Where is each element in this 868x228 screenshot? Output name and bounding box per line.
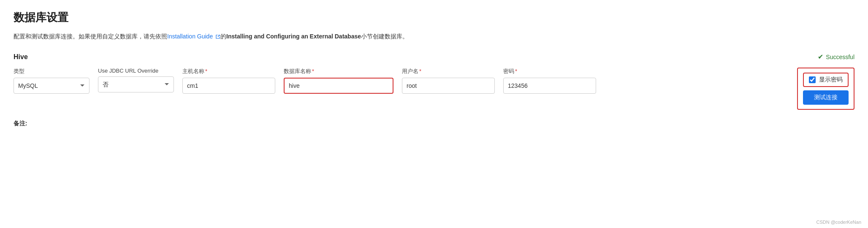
username-group: 用户名*: [402, 68, 495, 94]
jdbc-select[interactable]: 否: [98, 76, 174, 92]
hostname-group: 主机名称*: [182, 68, 275, 94]
hostname-input[interactable]: [182, 78, 275, 94]
section-header: Hive ✔ Successful: [14, 53, 854, 61]
right-controls-wrapper: 显示密码 测试连接: [797, 68, 854, 110]
check-icon: ✔: [818, 53, 823, 61]
page-title: 数据库设置: [14, 10, 854, 25]
status-text: Successful: [826, 54, 854, 60]
right-controls: 显示密码 测试连接: [797, 68, 854, 110]
status-success: ✔ Successful: [818, 53, 854, 61]
dbname-group: 数据库名称*: [284, 68, 393, 94]
external-link-icon: [215, 34, 220, 39]
hostname-label: 主机名称*: [182, 68, 275, 75]
dbname-input[interactable]: [284, 78, 393, 94]
page-description: 配置和测试数据库连接。如果使用自定义数据库，请先依照Installation G…: [14, 32, 854, 41]
username-label: 用户名*: [402, 68, 495, 75]
username-input[interactable]: [402, 78, 495, 94]
type-label: 类型: [14, 68, 90, 75]
show-password-row: 显示密码: [803, 73, 849, 87]
type-group: 类型 MySQL: [14, 68, 90, 94]
section-title: Hive: [14, 53, 28, 61]
dbname-required: *: [312, 68, 314, 74]
jdbc-group: Use JDBC URL Override 否: [98, 68, 174, 92]
hostname-required: *: [205, 68, 207, 74]
watermark: CSDN @coderKeNan: [816, 220, 861, 225]
type-select[interactable]: MySQL: [14, 78, 90, 94]
installation-guide-link[interactable]: Installation Guide: [167, 33, 220, 40]
notes-section: 备注:: [14, 120, 854, 128]
dbname-label: 数据库名称*: [284, 68, 393, 75]
password-group: 密码*: [503, 68, 596, 94]
test-connection-button[interactable]: 测试连接: [803, 90, 849, 105]
notes-label: 备注:: [14, 120, 27, 127]
form-row: 类型 MySQL Use JDBC URL Override 否 主机名称* 数…: [14, 68, 854, 110]
password-label: 密码*: [503, 68, 596, 75]
jdbc-label: Use JDBC URL Override: [98, 68, 174, 74]
show-password-checkbox[interactable]: [809, 76, 816, 83]
username-required: *: [419, 68, 421, 74]
show-password-label[interactable]: 显示密码: [819, 76, 843, 84]
password-input[interactable]: [503, 78, 596, 94]
password-required: *: [515, 68, 517, 74]
